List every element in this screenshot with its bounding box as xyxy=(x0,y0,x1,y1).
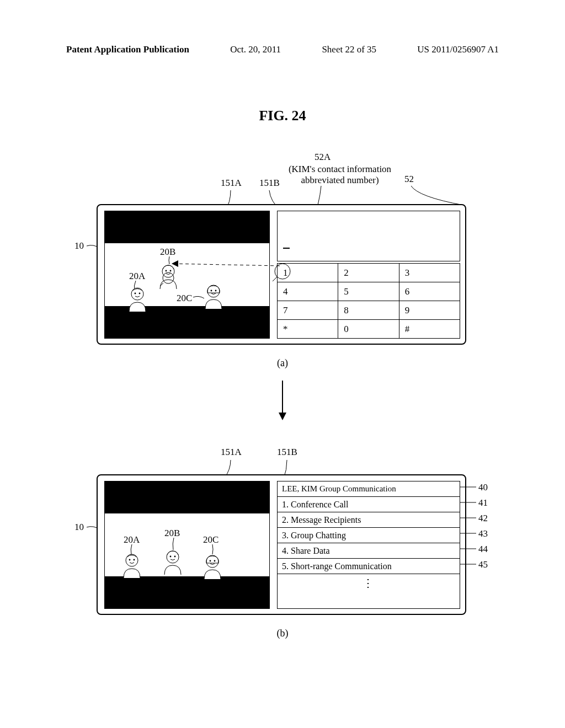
device-frame-a: 20B 20A 20C xyxy=(97,204,466,345)
label-20A-b: 20A xyxy=(124,534,140,545)
menu-header: LEE, KIM Group Communication xyxy=(278,481,460,497)
leader-lines-menu xyxy=(460,484,478,572)
key-hash[interactable]: # xyxy=(399,320,460,339)
menu-item-5[interactable]: 5. Short-range Communication xyxy=(278,559,460,574)
svg-point-23 xyxy=(214,560,216,562)
svg-point-20 xyxy=(174,556,176,558)
screen-left-a: 20B 20A 20C xyxy=(104,211,270,339)
key-6[interactable]: 6 xyxy=(399,282,460,301)
panel-b: 10 20A 20B 20C LEE, KIM Group Communicat… xyxy=(97,474,466,618)
label-20C-a: 20C xyxy=(177,293,192,304)
svg-point-17 xyxy=(134,559,135,561)
label-45: 45 xyxy=(478,559,488,570)
key-2[interactable]: 2 xyxy=(338,264,399,282)
avatar-20A-b xyxy=(121,552,142,579)
svg-point-15 xyxy=(126,554,138,566)
svg-line-11 xyxy=(172,264,280,266)
panel-a: 10 20B 20A 20C xyxy=(97,204,466,350)
label-20C-b: 20C xyxy=(203,534,218,545)
svg-point-16 xyxy=(129,559,131,561)
leader-20C-a xyxy=(193,295,204,301)
avatar-20B-b xyxy=(162,549,183,575)
page-header: Patent Application Publication Oct. 20, … xyxy=(0,44,565,55)
label-44: 44 xyxy=(478,544,488,555)
key-star[interactable]: * xyxy=(278,320,338,339)
key-4[interactable]: 4 xyxy=(278,282,338,301)
device-frame-b: 20A 20B 20C LEE, KIM Group Communication… xyxy=(97,474,466,615)
key-5[interactable]: 5 xyxy=(338,282,399,301)
screen-left-b: 20A 20B 20C xyxy=(104,481,270,609)
svg-point-6 xyxy=(163,272,174,283)
key-3[interactable]: 3 xyxy=(399,264,460,282)
sheet-number: Sheet 22 of 35 xyxy=(322,44,376,55)
avatar-20A-a xyxy=(127,286,148,312)
label-42: 42 xyxy=(478,513,488,524)
label-52A: 52A xyxy=(315,152,331,163)
keypad: 1 2 3 4 5 6 7 8 9 * 0 # xyxy=(277,263,460,339)
caption-a: (a) xyxy=(277,357,288,369)
svg-point-0 xyxy=(131,288,143,300)
key-9[interactable]: 9 xyxy=(399,301,460,320)
publication-label: Patent Application Publication xyxy=(66,44,189,55)
label-151B-b: 151B xyxy=(277,447,297,458)
avatar-20C-a xyxy=(203,283,224,309)
menu-ellipsis: ⋮ xyxy=(278,574,460,590)
screen-bar-top-b xyxy=(105,481,269,513)
svg-point-8 xyxy=(211,290,212,292)
label-20A-a: 20A xyxy=(129,271,145,282)
screen-bar-bottom-b xyxy=(105,576,269,608)
caption-b: (b) xyxy=(277,628,289,639)
leader-20B-b xyxy=(171,538,177,550)
label-20B-b: 20B xyxy=(164,528,180,539)
svg-marker-14 xyxy=(279,413,286,420)
menu-item-4[interactable]: 4. Share Data xyxy=(278,543,460,559)
screen-bar-top xyxy=(105,211,269,243)
drag-arrow-icon xyxy=(164,256,280,272)
label-40: 40 xyxy=(478,482,488,493)
menu-item-3[interactable]: 3. Group Chatting xyxy=(278,528,460,543)
avatar-20C-b xyxy=(202,553,223,580)
menu-item-2[interactable]: 2. Message Recipients xyxy=(278,512,460,528)
dial-cursor-icon xyxy=(283,248,290,249)
svg-point-1 xyxy=(135,293,136,295)
label-41: 41 xyxy=(478,497,488,508)
svg-point-22 xyxy=(210,560,211,562)
menu-item-1[interactable]: 1. Conference Call xyxy=(278,497,460,512)
label-151A-b: 151A xyxy=(221,447,242,458)
dial-display xyxy=(277,211,460,261)
key-8[interactable]: 8 xyxy=(338,301,399,320)
figure-title: FIG. 24 xyxy=(259,108,306,124)
svg-marker-12 xyxy=(172,260,178,267)
label-10-b: 10 xyxy=(74,522,84,533)
label-52: 52 xyxy=(404,174,414,185)
screen-right-a: 1 2 3 4 5 6 7 8 9 * 0 # xyxy=(277,211,460,339)
svg-point-19 xyxy=(170,556,172,558)
label-52A-desc: (KIM's contact information abbreviated n… xyxy=(274,164,406,186)
label-43: 43 xyxy=(478,528,488,539)
publication-date: Oct. 20, 2011 xyxy=(230,44,281,55)
svg-point-2 xyxy=(139,293,141,295)
down-arrow-icon xyxy=(277,381,288,420)
svg-point-9 xyxy=(215,290,217,292)
key-0[interactable]: 0 xyxy=(338,320,399,339)
screen-right-b: LEE, KIM Group Communication 1. Conferen… xyxy=(277,481,460,609)
label-10-a: 10 xyxy=(74,240,84,251)
key-7[interactable]: 7 xyxy=(278,301,338,320)
publication-number: US 2011/0256907 A1 xyxy=(417,44,499,55)
